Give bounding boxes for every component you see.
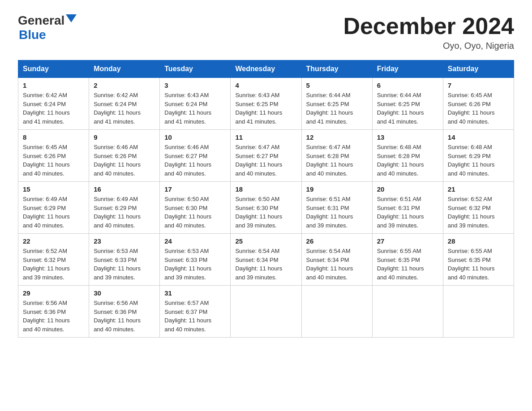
col-header-thursday: Thursday [301, 60, 372, 78]
day-info: Sunrise: 6:52 AMSunset: 6:32 PMDaylight:… [448, 195, 509, 230]
day-info: Sunrise: 6:48 AMSunset: 6:28 PMDaylight:… [377, 143, 438, 178]
logo-general: General [18, 13, 64, 28]
calendar-table: SundayMondayTuesdayWednesdayThursdayFrid… [18, 60, 514, 338]
calendar-cell [301, 286, 372, 338]
calendar-cell: 1Sunrise: 6:42 AMSunset: 6:24 PMDaylight… [18, 78, 89, 130]
calendar-cell: 11Sunrise: 6:47 AMSunset: 6:27 PMDayligh… [231, 130, 301, 182]
day-info: Sunrise: 6:42 AMSunset: 6:24 PMDaylight:… [94, 91, 155, 126]
logo-blue: Blue [19, 28, 77, 42]
day-number: 22 [23, 237, 84, 245]
calendar-cell: 23Sunrise: 6:53 AMSunset: 6:33 PMDayligh… [89, 234, 160, 286]
calendar-week-row: 1Sunrise: 6:42 AMSunset: 6:24 PMDaylight… [18, 78, 514, 130]
day-info: Sunrise: 6:53 AMSunset: 6:33 PMDaylight:… [94, 247, 155, 282]
calendar-cell: 3Sunrise: 6:43 AMSunset: 6:24 PMDaylight… [160, 78, 231, 130]
day-info: Sunrise: 6:44 AMSunset: 6:25 PMDaylight:… [377, 91, 438, 126]
day-info: Sunrise: 6:54 AMSunset: 6:34 PMDaylight:… [235, 247, 296, 282]
day-number: 7 [448, 81, 509, 89]
day-number: 29 [23, 289, 84, 297]
calendar-cell: 19Sunrise: 6:51 AMSunset: 6:31 PMDayligh… [301, 182, 372, 234]
day-number: 13 [377, 133, 438, 141]
calendar-cell: 24Sunrise: 6:53 AMSunset: 6:33 PMDayligh… [160, 234, 231, 286]
calendar-header-row: SundayMondayTuesdayWednesdayThursdayFrid… [18, 60, 514, 78]
calendar-cell: 15Sunrise: 6:49 AMSunset: 6:29 PMDayligh… [18, 182, 89, 234]
day-info: Sunrise: 6:43 AMSunset: 6:25 PMDaylight:… [235, 91, 296, 126]
day-info: Sunrise: 6:47 AMSunset: 6:28 PMDaylight:… [306, 143, 368, 178]
calendar-cell: 12Sunrise: 6:47 AMSunset: 6:28 PMDayligh… [301, 130, 372, 182]
day-info: Sunrise: 6:43 AMSunset: 6:24 PMDaylight:… [164, 91, 226, 126]
day-info: Sunrise: 6:55 AMSunset: 6:35 PMDaylight:… [448, 247, 509, 282]
col-header-tuesday: Tuesday [160, 60, 231, 78]
calendar-cell: 20Sunrise: 6:51 AMSunset: 6:31 PMDayligh… [372, 182, 443, 234]
calendar-week-row: 22Sunrise: 6:52 AMSunset: 6:32 PMDayligh… [18, 234, 514, 286]
day-info: Sunrise: 6:54 AMSunset: 6:34 PMDaylight:… [306, 247, 368, 282]
day-info: Sunrise: 6:57 AMSunset: 6:37 PMDaylight:… [164, 299, 226, 334]
day-number: 9 [94, 133, 155, 141]
calendar-cell: 8Sunrise: 6:45 AMSunset: 6:26 PMDaylight… [18, 130, 89, 182]
col-header-sunday: Sunday [18, 60, 89, 78]
day-info: Sunrise: 6:52 AMSunset: 6:32 PMDaylight:… [23, 247, 84, 282]
day-number: 12 [306, 133, 368, 141]
day-info: Sunrise: 6:53 AMSunset: 6:33 PMDaylight:… [164, 247, 226, 282]
day-info: Sunrise: 6:56 AMSunset: 6:36 PMDaylight:… [23, 299, 84, 334]
day-number: 28 [448, 237, 509, 245]
day-number: 10 [164, 133, 226, 141]
day-number: 17 [164, 185, 226, 193]
day-info: Sunrise: 6:49 AMSunset: 6:29 PMDaylight:… [94, 195, 155, 230]
day-info: Sunrise: 6:50 AMSunset: 6:30 PMDaylight:… [164, 195, 226, 230]
calendar-cell [231, 286, 301, 338]
calendar-cell: 27Sunrise: 6:55 AMSunset: 6:35 PMDayligh… [372, 234, 443, 286]
day-number: 27 [377, 237, 438, 245]
day-number: 18 [235, 185, 296, 193]
day-number: 20 [377, 185, 438, 193]
day-info: Sunrise: 6:56 AMSunset: 6:36 PMDaylight:… [94, 299, 155, 334]
month-title: December 2024 [343, 13, 514, 39]
day-number: 3 [164, 81, 226, 89]
logo: General Blue [18, 13, 77, 42]
day-info: Sunrise: 6:44 AMSunset: 6:25 PMDaylight:… [306, 91, 368, 126]
calendar-cell: 17Sunrise: 6:50 AMSunset: 6:30 PMDayligh… [160, 182, 231, 234]
calendar-week-row: 29Sunrise: 6:56 AMSunset: 6:36 PMDayligh… [18, 286, 514, 338]
calendar-cell: 6Sunrise: 6:44 AMSunset: 6:25 PMDaylight… [372, 78, 443, 130]
calendar-cell: 21Sunrise: 6:52 AMSunset: 6:32 PMDayligh… [443, 182, 514, 234]
day-number: 1 [23, 81, 84, 89]
day-info: Sunrise: 6:55 AMSunset: 6:35 PMDaylight:… [377, 247, 438, 282]
calendar-cell: 28Sunrise: 6:55 AMSunset: 6:35 PMDayligh… [443, 234, 514, 286]
calendar-cell [443, 286, 514, 338]
calendar-cell: 9Sunrise: 6:46 AMSunset: 6:26 PMDaylight… [89, 130, 160, 182]
day-number: 6 [377, 81, 438, 89]
calendar-cell: 4Sunrise: 6:43 AMSunset: 6:25 PMDaylight… [231, 78, 301, 130]
day-info: Sunrise: 6:42 AMSunset: 6:24 PMDaylight:… [23, 91, 84, 126]
calendar-cell: 31Sunrise: 6:57 AMSunset: 6:37 PMDayligh… [160, 286, 231, 338]
day-info: Sunrise: 6:49 AMSunset: 6:29 PMDaylight:… [23, 195, 84, 230]
day-number: 30 [94, 289, 155, 297]
day-number: 21 [448, 185, 509, 193]
day-info: Sunrise: 6:51 AMSunset: 6:31 PMDaylight:… [377, 195, 438, 230]
day-number: 8 [23, 133, 84, 141]
title-block: December 2024 Oyo, Oyo, Nigeria [343, 13, 514, 51]
day-number: 19 [306, 185, 368, 193]
col-header-friday: Friday [372, 60, 443, 78]
day-number: 15 [23, 185, 84, 193]
day-number: 5 [306, 81, 368, 89]
calendar-week-row: 8Sunrise: 6:45 AMSunset: 6:26 PMDaylight… [18, 130, 514, 182]
col-header-saturday: Saturday [443, 60, 514, 78]
calendar-cell: 5Sunrise: 6:44 AMSunset: 6:25 PMDaylight… [301, 78, 372, 130]
day-number: 23 [94, 237, 155, 245]
calendar-cell: 29Sunrise: 6:56 AMSunset: 6:36 PMDayligh… [18, 286, 89, 338]
calendar-cell: 7Sunrise: 6:45 AMSunset: 6:26 PMDaylight… [443, 78, 514, 130]
calendar-cell: 26Sunrise: 6:54 AMSunset: 6:34 PMDayligh… [301, 234, 372, 286]
day-number: 14 [448, 133, 509, 141]
logo-triangle-icon [66, 14, 77, 22]
calendar-cell: 18Sunrise: 6:50 AMSunset: 6:30 PMDayligh… [231, 182, 301, 234]
calendar-cell: 25Sunrise: 6:54 AMSunset: 6:34 PMDayligh… [231, 234, 301, 286]
calendar-cell: 16Sunrise: 6:49 AMSunset: 6:29 PMDayligh… [89, 182, 160, 234]
col-header-monday: Monday [89, 60, 160, 78]
day-info: Sunrise: 6:48 AMSunset: 6:29 PMDaylight:… [448, 143, 509, 178]
page-header: General Blue December 2024 Oyo, Oyo, Nig… [18, 13, 514, 51]
calendar-cell [372, 286, 443, 338]
day-number: 24 [164, 237, 226, 245]
day-number: 26 [306, 237, 368, 245]
calendar-week-row: 15Sunrise: 6:49 AMSunset: 6:29 PMDayligh… [18, 182, 514, 234]
day-info: Sunrise: 6:46 AMSunset: 6:27 PMDaylight:… [164, 143, 226, 178]
calendar-cell: 13Sunrise: 6:48 AMSunset: 6:28 PMDayligh… [372, 130, 443, 182]
